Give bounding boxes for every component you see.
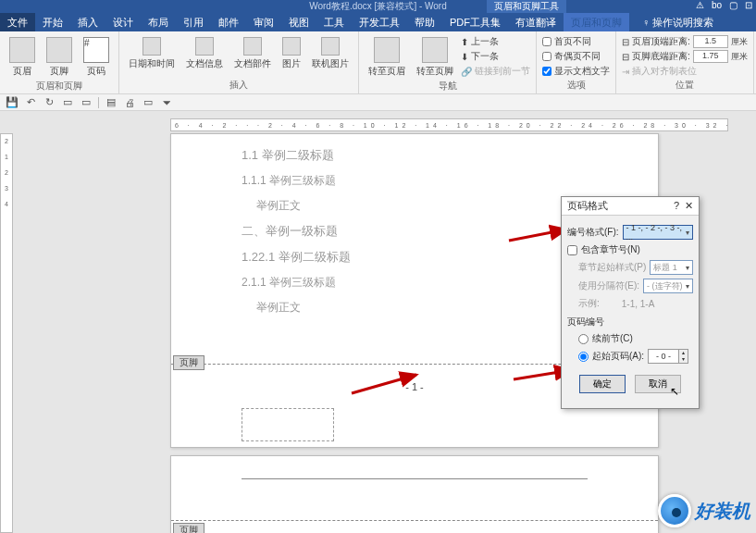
- tab-pdf[interactable]: PDF工具集: [442, 13, 508, 31]
- tab-tools[interactable]: 工具: [316, 13, 352, 31]
- include-chapter-label: 包含章节号(N): [581, 243, 640, 256]
- save-icon[interactable]: 💾: [6, 96, 19, 109]
- doc-text: 举例正文: [242, 198, 588, 214]
- odd-even-different-checkbox[interactable]: 奇偶页不同: [542, 50, 610, 63]
- watermark-logo-icon: [658, 494, 691, 527]
- doc-heading: 2.1.1 举例三级标题: [242, 275, 588, 291]
- tab-header-footer[interactable]: 页眉和页脚: [564, 13, 629, 31]
- start-at-label: 起始页码(A):: [592, 350, 644, 363]
- tab-design[interactable]: 设计: [105, 13, 141, 31]
- header-button[interactable]: 页眉: [6, 35, 39, 80]
- doc-heading: 1.22.1 举例二级标题: [242, 249, 588, 266]
- number-format-label: 编号格式(F):: [567, 226, 619, 239]
- header-distance-input[interactable]: ⊟ 页眉顶端距离: 1.5厘米: [622, 35, 748, 48]
- horizontal-ruler[interactable]: 6 · 4 · 2 · · · 2 · 4 · 6 · 8 · 10 · 12 …: [170, 118, 728, 131]
- tab-mailings[interactable]: 邮件: [211, 13, 246, 31]
- first-page-different-checkbox[interactable]: 首页不同: [542, 35, 610, 48]
- tell-me-search[interactable]: ♀ 操作说明搜索: [635, 13, 721, 31]
- tab-view[interactable]: 视图: [281, 13, 316, 31]
- vertical-ruler[interactable]: 21234: [0, 133, 13, 533]
- titlebar-right: ⚠ bo ▢ ⊡: [696, 0, 752, 10]
- tab-translate[interactable]: 有道翻译: [508, 13, 564, 31]
- chapter-style-label: 章节起始样式(P): [578, 261, 646, 274]
- start-at-radio[interactable]: [578, 352, 589, 362]
- footer-placeholder-box[interactable]: [242, 408, 334, 441]
- footer-distance-input[interactable]: ⊟ 页脚底端距离: 1.75厘米: [622, 50, 748, 63]
- link-previous-button[interactable]: 🔗 链接到前一节: [461, 65, 530, 78]
- number-format-combo[interactable]: - 1 -, - 2 -, - 3 -, ...▾: [623, 225, 693, 240]
- help-icon[interactable]: ?: [674, 200, 679, 212]
- picture-button[interactable]: 图片: [279, 35, 304, 72]
- page-number-button[interactable]: #页码: [80, 35, 113, 80]
- online-picture-button[interactable]: 联机图片: [308, 35, 353, 72]
- page-numbering-section-label: 页码编号: [567, 316, 693, 328]
- qat-icon[interactable]: ▭: [80, 96, 93, 109]
- ribbon-group-options: 首页不同 奇偶页不同 显示文档文字 选项: [537, 31, 616, 93]
- doc-heading: 1.1 举例二级标题: [242, 147, 588, 164]
- ribbon-group-navigation: 转至页眉 转至页脚 ⬆ 上一条 ⬇ 下一条 🔗 链接到前一节 导航: [359, 31, 537, 93]
- doc-text: 举例正文: [242, 300, 588, 316]
- tab-file[interactable]: 文件: [0, 13, 35, 31]
- example-value: 1-1, 1-A: [622, 299, 655, 309]
- tab-dev[interactable]: 开发工具: [352, 13, 407, 31]
- example-label: 示例:: [578, 297, 600, 310]
- dialog-title: 页码格式: [567, 199, 608, 213]
- document-title: Word教程.docx [兼容模式] - Word: [309, 0, 447, 13]
- context-tool-label: 页眉和页脚工具: [487, 0, 566, 13]
- docparts-button[interactable]: 文档部件: [230, 35, 275, 72]
- tab-insert[interactable]: 插入: [70, 13, 105, 31]
- doc-heading: 1.1.1 举例三级标题: [242, 173, 588, 189]
- qat-icon[interactable]: ▭: [61, 96, 74, 109]
- tab-home[interactable]: 开始: [35, 13, 70, 31]
- prev-section-button[interactable]: ⬆ 上一条: [461, 35, 530, 48]
- redo-icon[interactable]: ↻: [43, 96, 56, 109]
- goto-header-button[interactable]: 转至页眉: [365, 35, 409, 80]
- include-chapter-checkbox[interactable]: [567, 245, 577, 255]
- warning-icon[interactable]: ⚠: [696, 0, 704, 10]
- page-number-format-dialog: 页码格式 ? ✕ 编号格式(F): - 1 -, - 2 -, - 3 -, .…: [561, 196, 700, 409]
- user-avatar[interactable]: ▢: [729, 0, 737, 10]
- footer-tag: 页脚: [173, 355, 204, 370]
- show-document-text-checkbox[interactable]: 显示文档文字: [542, 65, 610, 78]
- tab-help[interactable]: 帮助: [407, 13, 442, 31]
- page-number-field[interactable]: - 1 -: [405, 381, 424, 392]
- watermark-text: 好装机: [695, 499, 750, 524]
- doc-heading: 二、举例一级标题: [242, 223, 588, 240]
- separator-combo: - (连字符)▾: [643, 279, 693, 293]
- tab-layout[interactable]: 布局: [141, 13, 176, 31]
- qat-icon[interactable]: 🖨: [123, 96, 136, 109]
- ribbon-group-insert: 日期和时间 文档信息 文档部件 图片 联机图片 插入: [119, 31, 359, 93]
- datetime-button[interactable]: 日期和时间: [125, 35, 179, 72]
- separator-label: 使用分隔符(E):: [578, 279, 639, 292]
- qat-icon[interactable]: ⏷: [160, 96, 173, 109]
- start-at-spinner[interactable]: - 0 - ▴▾: [648, 349, 688, 364]
- tab-review[interactable]: 审阅: [246, 13, 281, 31]
- title-bar: Word教程.docx [兼容模式] - Word 页眉和页脚工具 ⚠ bo ▢…: [0, 0, 756, 13]
- undo-icon[interactable]: ↶: [24, 96, 37, 109]
- header-tag: 页脚: [173, 523, 204, 533]
- ribbon-display-icon[interactable]: ⊡: [745, 0, 752, 10]
- next-section-button[interactable]: ⬇ 下一条: [461, 50, 530, 63]
- close-icon[interactable]: ✕: [685, 200, 693, 212]
- goto-footer-button[interactable]: 转至页脚: [413, 35, 457, 80]
- qat-icon[interactable]: ▤: [105, 96, 118, 109]
- ok-button[interactable]: 确定: [579, 375, 626, 393]
- dialog-titlebar[interactable]: 页码格式 ? ✕: [562, 197, 699, 216]
- ribbon-group-header-footer: 页眉 页脚 #页码 页眉和页脚: [0, 31, 119, 93]
- menu-bar: 文件 开始 插入 设计 布局 引用 邮件 审阅 视图 工具 开发工具 帮助 PD…: [0, 13, 756, 31]
- tab-references[interactable]: 引用: [176, 13, 211, 31]
- cancel-button[interactable]: 取消: [635, 375, 681, 393]
- continue-radio[interactable]: [578, 334, 589, 344]
- ribbon: 页眉 页脚 #页码 页眉和页脚 日期和时间 文档信息 文档部件 图片 联机图片 …: [0, 31, 756, 94]
- document-page-2[interactable]: 页脚 视频提供了功能强大的方法帮助您证明您的观点。当您单击联机视频时，可: [170, 455, 659, 533]
- footer-button[interactable]: 页脚: [43, 35, 76, 80]
- ribbon-group-position: ⊟ 页眉顶端距离: 1.5厘米 ⊟ 页脚底端距离: 1.75厘米 ⇥ 插入对齐制…: [616, 31, 754, 93]
- insert-align-tab-button[interactable]: ⇥ 插入对齐制表位: [622, 65, 748, 78]
- watermark: 好装机: [658, 494, 750, 527]
- chapter-style-combo: 标题 1▾: [650, 260, 693, 275]
- docinfo-button[interactable]: 文档信息: [182, 35, 227, 72]
- user-name[interactable]: bo: [712, 0, 722, 10]
- qat-icon[interactable]: ▭: [142, 96, 155, 109]
- continue-label: 续前节(C): [592, 332, 633, 345]
- quick-access-toolbar: 💾 ↶ ↻ ▭ ▭ ▤ 🖨 ▭ ⏷: [0, 94, 756, 111]
